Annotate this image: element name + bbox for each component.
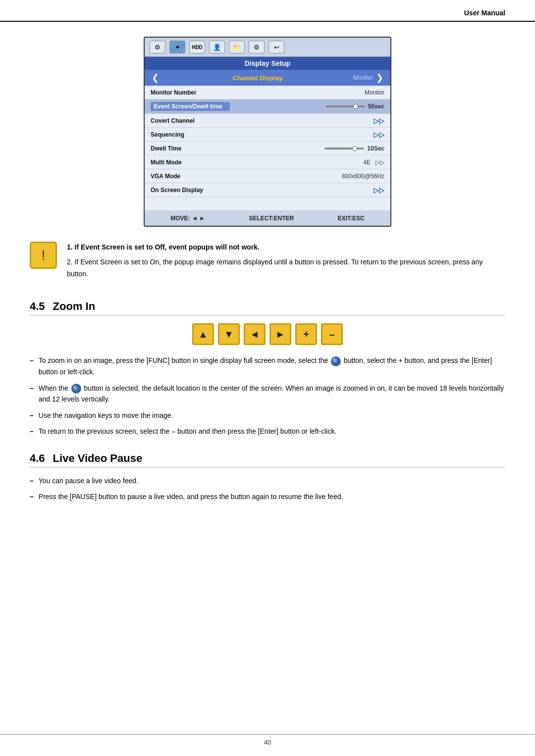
zoom-icon-plus[interactable]: + [295,323,317,345]
toolbar-icon-config[interactable]: ⚙ [249,41,265,53]
warning-text-2: 2. If Event Screen is set to On, the pop… [67,256,505,280]
menu-row-empty [145,197,390,211]
menu-row-multi-mode: Multi Mode 4E ▷▷ [145,155,390,169]
ui-toolbar: ⚙ ✦ HDD 👤 📁 ⚙ ↩ [145,38,390,57]
section-46-bullets: – You can pause a live video feed. – Pre… [30,475,505,503]
bullet-46-1: – You can pause a live video feed. [30,475,505,486]
bottom-bar-select: SELECT:ENTER [249,215,294,222]
menu-label-sequencing: Sequencing [151,131,230,138]
slider-event-screen: 55sec [230,103,384,110]
warning-icon: ! [30,242,57,269]
ui-bottom-bar: MOVE: ◄ ► SELECT:ENTER EXIT:ESC [145,211,390,226]
ui-menu: Monitor Number Monitor Event Screen/Dwel… [145,86,390,211]
toolbar-icon-user[interactable]: 👤 [209,41,225,53]
menu-label-event-screen: Event Screen/Dwell time [151,102,230,111]
zoom-inline-icon-1: 🔍 [331,356,341,366]
menu-label-vga-mode: VGA Mode [151,173,230,180]
bullet-45-1: – To zoom in on an image, press the [FUN… [30,355,505,377]
section-46-number: 4.6 [30,452,45,465]
toolbar-icon-back[interactable]: ↩ [268,41,284,53]
menu-value-monitor-number: Monitor [230,89,384,96]
menu-value-sequencing: ▷▷ [230,131,384,139]
section-45-bullets: – To zoom in on an image, press the [FUN… [30,355,505,437]
menu-row-event-screen: Event Screen/Dwell time 55sec [145,100,390,114]
zoom-icon-minus[interactable]: – [321,323,343,345]
bullet-45-4: – To return to the previous screen, sele… [30,426,505,437]
toolbar-icon-folder[interactable]: 📁 [229,41,245,53]
menu-value-on-screen-display: ▷▷ [230,186,384,194]
nav-left-arrow[interactable]: ❮ [149,72,162,83]
page-number: 40 [264,739,271,746]
menu-label-dwell-time: Dwell Time [151,145,230,152]
warning-text-1: 1. If Event Screen is set to Off, event … [67,242,505,253]
ui-box: ⚙ ✦ HDD 👤 📁 ⚙ ↩ Display Setup ❮ Channel … [144,37,391,227]
slider-thumb-event[interactable] [353,104,358,109]
bullet-46-2: – Press the [PAUSE] button to pause a li… [30,491,505,502]
menu-label-covert-channel: Covert Channel [151,117,230,124]
zoom-icon-right[interactable]: ► [269,323,291,345]
bottom-bar-move: MOVE: ◄ ► [170,215,205,222]
ui-screenshot-container: ⚙ ✦ HDD 👤 📁 ⚙ ↩ Display Setup ❮ Channel … [30,37,505,227]
bottom-bar-exit: EXIT:ESC [338,215,365,222]
menu-row-sequencing: Sequencing ▷▷ [145,128,390,142]
nav-subtitle: Monitor [353,74,373,81]
warning-text: 1. If Event Screen is set to Off, event … [67,242,505,283]
toolbar-icon-hdd[interactable]: HDD [189,41,205,53]
ui-title-bar: Display Setup [145,57,390,70]
menu-row-vga-mode: VGA Mode 800x800@56Hz [145,169,390,183]
menu-row-on-screen-display: On Screen Display ▷▷ [145,183,390,197]
menu-row-covert-channel: Covert Channel ▷▷ [145,114,390,128]
section-45-header: 4.5 Zoom In [30,300,505,315]
menu-row-dwell-time: Dwell Time 10Sec [145,142,390,155]
slider-track-dwell[interactable] [324,148,364,150]
menu-label-on-screen-display: On Screen Display [151,187,230,194]
menu-label-multi-mode: Multi Mode [151,159,230,166]
menu-value-covert-channel: ▷▷ [230,117,384,125]
menu-label-monitor-number: Monitor Number [151,89,230,96]
menu-row-monitor-number: Monitor Number Monitor [145,86,390,100]
main-content: ⚙ ✦ HDD 👤 📁 ⚙ ↩ Display Setup ❮ Channel … [0,22,535,547]
slider-track-event[interactable] [325,105,365,107]
section-45-number: 4.5 [30,300,45,313]
section-45: 4.5 Zoom In ▲ ▼ ◄ ► + – – To zoom in on … [30,300,505,437]
slider-dwell-time: 10Sec [230,145,384,152]
toolbar-icon-display[interactable]: ✦ [169,41,185,53]
section-46-title: Live Video Pause [53,452,143,465]
section-46-header: 4.6 Live Video Pause [30,452,505,467]
zoom-icon-down[interactable]: ▼ [218,323,240,345]
slider-thumb-dwell[interactable] [352,146,357,151]
nav-right-arrow[interactable]: ❯ [373,72,386,83]
zoom-icon-up[interactable]: ▲ [192,323,214,345]
zoom-icon-left[interactable]: ◄ [244,323,266,345]
section-45-title: Zoom In [53,300,96,313]
warning-section: ! 1. If Event Screen is set to Off, even… [30,242,505,283]
toolbar-icon-settings[interactable]: ⚙ [150,41,165,53]
menu-value-dwell-time: 10Sec [367,145,384,152]
nav-title: Channel Display [162,74,353,82]
header-title: User Manual [464,9,505,17]
zoom-inline-icon-2: 🔍 [71,384,81,394]
menu-value-vga-mode: 800x800@56Hz [230,173,384,180]
zoom-icons-row: ▲ ▼ ◄ ► + – [30,323,505,345]
menu-value-multi-mode: 4E ▷▷ [230,159,384,166]
page-header: User Manual [0,0,535,22]
page-footer: 40 [0,734,535,746]
bullet-45-2: – When the 🔍 button is selected, the def… [30,383,505,405]
menu-value-event-screen: 55sec [368,103,384,110]
ui-nav-row: ❮ Channel Display Monitor ❯ [145,70,390,86]
bullet-45-3: – Use the navigation keys to move the im… [30,410,505,421]
section-46: 4.6 Live Video Pause – You can pause a l… [30,452,505,503]
